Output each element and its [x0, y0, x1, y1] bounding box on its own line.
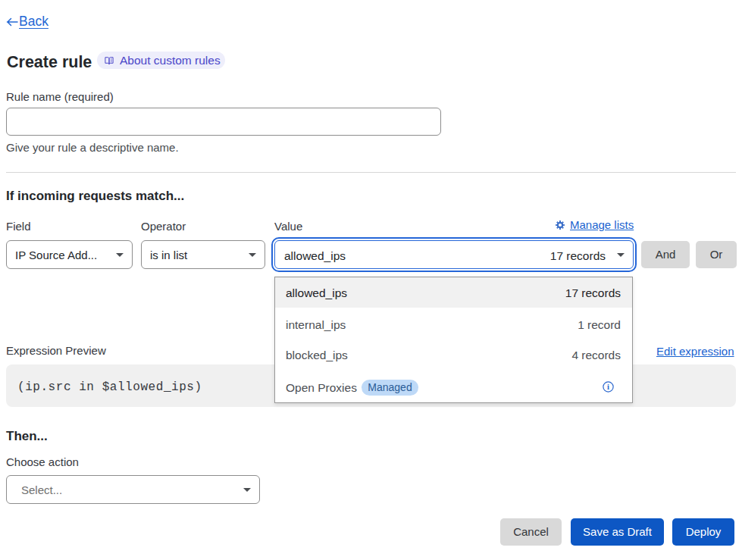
- svg-text:i: i: [607, 383, 609, 391]
